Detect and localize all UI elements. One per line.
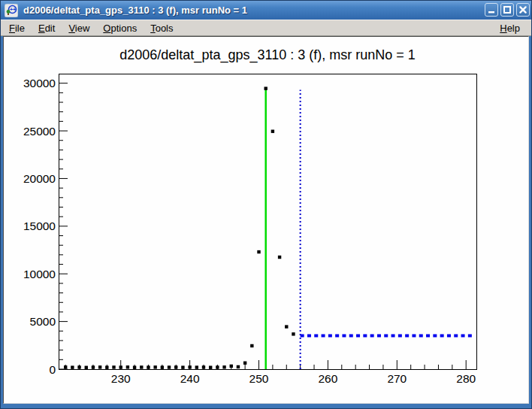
menu-view[interactable]: View — [62, 21, 96, 35]
menu-help[interactable]: Help — [493, 21, 527, 35]
data-point — [285, 325, 288, 328]
minimize-button[interactable] — [485, 3, 498, 17]
close-button[interactable] — [516, 3, 530, 17]
menu-tools[interactable]: Tools — [144, 21, 180, 35]
y-axis-tick-label: 30000 — [23, 77, 56, 89]
data-point — [257, 250, 260, 253]
minimize-icon — [487, 5, 496, 14]
window-title: d2006/deltat_pta_gps_3110 : 3 (f), msr r… — [23, 5, 247, 16]
data-point — [209, 366, 212, 369]
data-point — [77, 365, 80, 368]
data-point — [133, 366, 136, 369]
data-point — [126, 365, 129, 368]
data-point — [64, 365, 67, 368]
data-point — [168, 365, 171, 368]
data-point — [250, 344, 253, 347]
data-point — [85, 366, 88, 369]
x-axis-tick-label: 240 — [180, 372, 200, 385]
data-point — [153, 365, 156, 368]
y-axis-tick-label: 20000 — [23, 172, 56, 185]
data-point — [92, 365, 95, 368]
y-axis-tick-label: 0 — [49, 363, 56, 376]
y-axis-tick-label: 5000 — [30, 315, 56, 328]
data-point — [195, 365, 198, 368]
data-point — [202, 365, 205, 368]
root-canvas-window: ++ d2006/deltat_pta_gps_3110 : 3 (f), ms… — [0, 0, 532, 409]
data-point — [292, 332, 295, 335]
data-point — [271, 129, 274, 132]
x-axis-tick-label: 230 — [111, 372, 131, 385]
data-point — [264, 86, 268, 89]
chart-svg[interactable]: d2006/deltat_pta_gps_3110 : 3 (f), msr r… — [4, 37, 530, 404]
data-point — [237, 365, 240, 368]
plot-canvas[interactable]: d2006/deltat_pta_gps_3110 : 3 (f), msr r… — [3, 36, 529, 404]
data-point — [174, 365, 177, 368]
data-point — [161, 365, 164, 368]
titlebar[interactable]: ++ d2006/deltat_pta_gps_3110 : 3 (f), ms… — [1, 1, 531, 20]
data-point — [230, 365, 233, 368]
data-point — [243, 362, 246, 365]
maximize-button[interactable] — [500, 3, 514, 17]
data-point — [278, 256, 281, 259]
data-point — [188, 365, 191, 368]
x-axis-tick-label: 250 — [249, 372, 269, 385]
data-point — [181, 365, 184, 368]
y-axis-tick-label: 10000 — [23, 268, 56, 280]
plot-frame — [59, 74, 476, 369]
x-axis-tick-label: 270 — [387, 372, 407, 385]
plot-title: d2006/deltat_pta_gps_3110 : 3 (f), msr r… — [119, 47, 415, 63]
root-logo-icon: ++ — [5, 4, 18, 17]
data-point — [147, 365, 150, 368]
data-point — [140, 365, 143, 368]
menu-file[interactable]: File — [2, 21, 32, 35]
data-point — [222, 365, 225, 368]
y-axis-tick-label: 25000 — [23, 125, 56, 138]
data-point — [216, 365, 219, 368]
data-point — [71, 365, 74, 368]
data-point — [112, 365, 115, 368]
x-axis-tick-label: 280 — [456, 372, 476, 385]
data-point — [119, 365, 122, 368]
svg-text:++: ++ — [10, 7, 16, 12]
data-point — [98, 365, 101, 368]
maximize-icon — [503, 5, 512, 14]
x-axis-tick-label: 260 — [318, 372, 337, 385]
y-axis-tick-label: 15000 — [23, 220, 56, 232]
data-point — [105, 365, 108, 368]
menu-options[interactable]: Options — [96, 21, 144, 35]
menu-edit[interactable]: Edit — [32, 21, 62, 35]
menubar: File Edit View Options Tools Help — [1, 20, 531, 36]
close-icon — [518, 5, 527, 14]
